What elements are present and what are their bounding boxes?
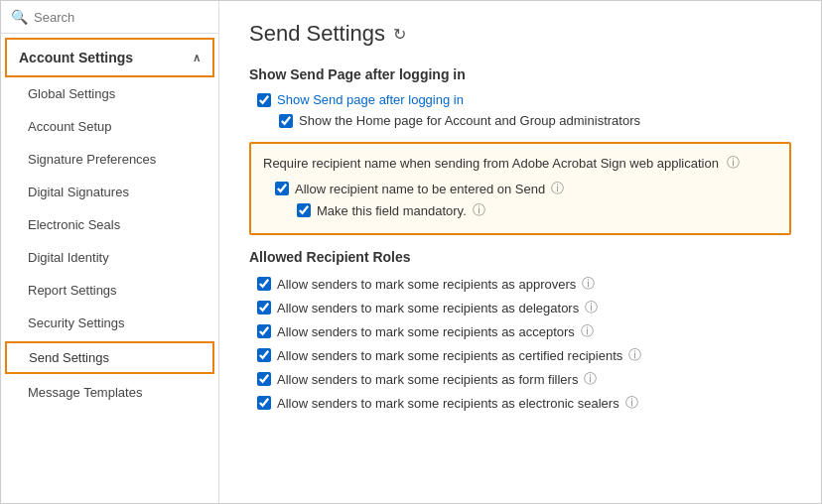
make-field-mandatory-checkbox[interactable] (297, 203, 311, 217)
show-send-page-section: Show Send Page after logging in Show Sen… (249, 66, 791, 128)
sidebar-item-message-templates[interactable]: Message Templates (1, 376, 218, 409)
certified-recipients-checkbox[interactable] (257, 348, 271, 362)
delegators-row: Allow senders to mark some recipients as… (249, 299, 791, 316)
electronic-sealers-label: Allow senders to mark some recipients as… (277, 396, 619, 411)
show-send-page-row: Show Send page after logging in (249, 92, 791, 107)
approvers-checkbox[interactable] (257, 277, 271, 291)
make-field-mandatory-help-icon[interactable]: ⓘ (473, 201, 485, 219)
allow-recipient-name-label: Allow recipient name to be entered on Se… (295, 182, 545, 196)
require-recipient-inner: Allow recipient name to be entered on Se… (263, 180, 777, 219)
show-home-page-row: Show the Home page for Account and Group… (249, 113, 791, 128)
sidebar-item-report-settings[interactable]: Report Settings (1, 274, 218, 307)
account-settings-label: Account Settings (19, 50, 133, 65)
delegators-label: Allow senders to mark some recipients as… (277, 301, 579, 315)
refresh-icon[interactable]: ↻ (393, 25, 406, 44)
show-send-page-title: Show Send Page after logging in (249, 66, 791, 82)
electronic-sealers-help-icon[interactable]: ⓘ (625, 394, 638, 412)
delegators-help-icon[interactable]: ⓘ (585, 299, 598, 316)
electronic-sealers-checkbox[interactable] (257, 396, 271, 410)
acceptors-help-icon[interactable]: ⓘ (581, 322, 594, 340)
search-input[interactable] (34, 10, 208, 25)
approvers-label: Allow senders to mark some recipients as… (277, 277, 576, 292)
sidebar-item-signature-preferences[interactable]: Signature Preferences (1, 143, 218, 176)
sidebar-item-account-setup[interactable]: Account Setup (1, 110, 218, 143)
search-icon: 🔍 (11, 9, 28, 25)
form-fillers-row: Allow senders to mark some recipients as… (249, 370, 791, 388)
search-bar: 🔍 (1, 1, 218, 34)
sidebar-item-security-settings[interactable]: Security Settings (1, 307, 218, 339)
show-home-page-label: Show the Home page for Account and Group… (299, 113, 640, 128)
sidebar-item-digital-signatures[interactable]: Digital Signatures (1, 176, 218, 208)
make-field-mandatory-label: Make this field mandatory. (317, 203, 467, 218)
approvers-row: Allow senders to mark some recipients as… (249, 275, 791, 293)
require-recipient-title-row: Require recipient name when sending from… (263, 154, 777, 172)
main-content: Send Settings ↻ Show Send Page after log… (219, 1, 821, 503)
allow-recipient-name-help-icon[interactable]: ⓘ (551, 180, 564, 197)
allow-recipient-name-row: Allow recipient name to be entered on Se… (267, 180, 777, 197)
page-title: Send Settings (249, 21, 385, 47)
require-recipient-box: Require recipient name when sending from… (249, 142, 791, 235)
acceptors-checkbox[interactable] (257, 324, 271, 338)
acceptors-row: Allow senders to mark some recipients as… (249, 322, 791, 340)
electronic-sealers-row: Allow senders to mark some recipients as… (249, 394, 791, 412)
certified-recipients-label: Allow senders to mark some recipients as… (277, 348, 622, 363)
form-fillers-label: Allow senders to mark some recipients as… (277, 372, 578, 387)
account-settings-header[interactable]: Account Settings ∧ (5, 38, 214, 77)
certified-recipients-help-icon[interactable]: ⓘ (628, 346, 641, 364)
chevron-up-icon: ∧ (193, 52, 201, 64)
allowed-roles-title: Allowed Recipient Roles (249, 249, 791, 265)
make-field-mandatory-row: Make this field mandatory. ⓘ (267, 201, 777, 219)
show-send-page-checkbox[interactable] (257, 93, 271, 107)
sidebar-item-global-settings[interactable]: Global Settings (1, 77, 218, 110)
sidebar-item-electronic-seals[interactable]: Electronic Seals (1, 208, 218, 241)
show-home-page-checkbox[interactable] (279, 114, 293, 128)
require-recipient-title: Require recipient name when sending from… (263, 156, 719, 171)
certified-recipients-row: Allow senders to mark some recipients as… (249, 346, 791, 364)
form-fillers-checkbox[interactable] (257, 372, 271, 386)
acceptors-label: Allow senders to mark some recipients as… (277, 324, 575, 339)
delegators-checkbox[interactable] (257, 301, 271, 315)
allowed-roles-section: Allowed Recipient Roles Allow senders to… (249, 249, 791, 412)
nav-section: Account Settings ∧ Global Settings Accou… (1, 34, 218, 409)
sidebar: 🔍 Account Settings ∧ Global Settings Acc… (1, 1, 219, 503)
show-send-page-label: Show Send page after logging in (277, 92, 464, 107)
sidebar-item-digital-identity[interactable]: Digital Identity (1, 241, 218, 274)
page-title-row: Send Settings ↻ (249, 21, 791, 47)
allow-recipient-name-checkbox[interactable] (275, 182, 289, 195)
require-recipient-help-icon[interactable]: ⓘ (727, 154, 740, 172)
sidebar-item-send-settings[interactable]: Send Settings (5, 341, 214, 374)
form-fillers-help-icon[interactable]: ⓘ (584, 370, 597, 388)
approvers-help-icon[interactable]: ⓘ (582, 275, 595, 293)
